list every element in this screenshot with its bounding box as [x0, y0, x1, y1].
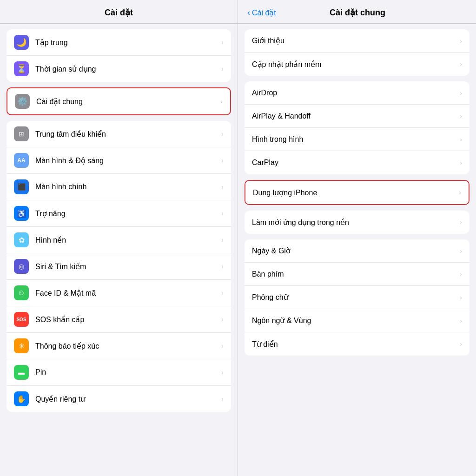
right-group-1: Giới thiệu › Cập nhật phần mềm › [245, 29, 469, 76]
right-panel: ‹ Cài đặt Cài đặt chung Giới thiệu › Cập… [238, 0, 476, 476]
cap-nhat-label: Cập nhật phần mềm [252, 60, 460, 69]
cai-dat-chung-label: Cài đặt chung [36, 97, 218, 106]
face-id-icon: ☺ [14, 285, 29, 300]
sidebar-item-cai-dat-chung[interactable]: ⚙️ Cài đặt chung › [7, 88, 230, 114]
right-item-tu-dien[interactable]: Từ điển › [245, 332, 469, 356]
sidebar-item-trung-tam[interactable]: ⊞ Trung tâm điều khiển › [7, 121, 231, 147]
gioi-thieu-label: Giới thiệu [252, 36, 460, 45]
face-id-label: Face ID & Mật mã [35, 289, 218, 298]
sidebar-item-man-hinh-do-sang[interactable]: AA Màn hình & Độ sáng › [7, 147, 231, 174]
hinh-trong-hinh-label: Hình trong hình [252, 135, 460, 144]
hinh-nen-icon: ✿ [14, 232, 29, 247]
right-item-carplay[interactable]: CarPlay › [245, 151, 469, 174]
chevron-icon: › [460, 340, 462, 348]
sos-icon: SOS [14, 312, 29, 327]
chevron-icon: › [460, 247, 462, 255]
sidebar-item-tap-trung[interactable]: 🌙 Tập trung › [7, 29, 231, 56]
chevron-icon: › [220, 98, 223, 105]
left-header: Cài đặt [0, 0, 238, 24]
chevron-icon: › [460, 60, 462, 68]
right-item-hinh-trong-hinh[interactable]: Hình trong hình › [245, 128, 469, 151]
right-item-ngay-gio[interactable]: Ngày & Giờ › [245, 239, 469, 263]
tu-dien-label: Từ điển [252, 340, 460, 349]
sidebar-item-pin[interactable]: ▬ Pin › [7, 359, 231, 386]
left-group-1: 🌙 Tập trung › ⏳ Thời gian sử dụng › [7, 29, 231, 82]
right-item-ngon-ngu[interactable]: Ngôn ngữ & Vùng › [245, 309, 469, 332]
thoi-gian-label: Thời gian sử dụng [35, 65, 218, 73]
chevron-icon: › [460, 136, 462, 143]
tro-nang-label: Trợ năng [35, 209, 218, 218]
right-item-airplay[interactable]: AirPlay & Handoff › [245, 105, 469, 128]
right-item-phong-chu[interactable]: Phông chữ › [245, 286, 469, 309]
right-item-gioi-thieu[interactable]: Giới thiệu › [245, 29, 469, 53]
quyen-rieng-icon: ✋ [14, 391, 29, 406]
chevron-icon: › [460, 294, 462, 301]
chevron-icon: › [460, 37, 462, 45]
right-item-airdrop[interactable]: AirDrop › [245, 81, 469, 105]
sos-label: SOS khẩn cấp [35, 315, 218, 324]
ban-phim-label: Bàn phím [252, 270, 460, 278]
tro-nang-icon: ♿ [14, 206, 29, 221]
chevron-icon: › [460, 271, 462, 278]
right-group-4: Ngày & Giờ › Bàn phím › Phông chữ › Ngôn… [245, 239, 469, 356]
chevron-icon: › [460, 317, 462, 324]
phong-chu-label: Phông chữ [252, 293, 460, 302]
airplay-label: AirPlay & Handoff [252, 112, 460, 120]
sidebar-item-tro-nang[interactable]: ♿ Trợ năng › [7, 200, 231, 227]
tap-trung-icon: 🌙 [14, 35, 29, 50]
trung-tam-label: Trung tâm điều khiển [35, 130, 218, 139]
sidebar-item-face-id[interactable]: ☺ Face ID & Mật mã › [7, 280, 231, 306]
back-button[interactable]: ‹ Cài đặt [247, 8, 276, 18]
man-hinh-chinh-icon: ⬛ [14, 179, 29, 194]
trung-tam-icon: ⊞ [14, 126, 29, 141]
man-hinh-chinh-label: Màn hình chính [35, 183, 218, 191]
sidebar-item-quyen-rieng[interactable]: ✋ Quyền riêng tư › [7, 386, 231, 412]
carplay-label: CarPlay [252, 159, 460, 167]
chevron-icon: › [460, 218, 462, 226]
highlighted-cai-dat-chung-group: ⚙️ Cài đặt chung › [7, 87, 231, 115]
tap-trung-label: Tập trung [35, 38, 218, 47]
lam-moi-label: Làm mới ứng dụng trong nền [252, 218, 460, 227]
thong-bao-icon: ✳ [14, 338, 29, 353]
sidebar-item-thoi-gian[interactable]: ⏳ Thời gian sử dụng › [7, 56, 231, 82]
right-item-cap-nhat[interactable]: Cập nhật phần mềm › [245, 53, 469, 76]
right-item-lam-moi[interactable]: Làm mới ứng dụng trong nền › [245, 211, 469, 234]
thoi-gian-icon: ⏳ [14, 61, 29, 76]
right-item-ban-phim[interactable]: Bàn phím › [245, 263, 469, 286]
right-title: Cài đặt chung [276, 7, 439, 18]
back-label: Cài đặt [252, 8, 276, 17]
chevron-icon: › [221, 65, 224, 73]
right-group-2: AirDrop › AirPlay & Handoff › Hình trong… [245, 81, 469, 174]
left-title: Cài đặt [105, 8, 133, 17]
hinh-nen-label: Hình nền [35, 236, 218, 245]
ngon-ngu-label: Ngôn ngữ & Vùng [252, 316, 460, 325]
chevron-icon: › [221, 39, 224, 46]
sidebar-item-hinh-nen[interactable]: ✿ Hình nền › [7, 227, 231, 253]
chevron-icon: › [460, 89, 462, 97]
pin-icon: ▬ [14, 365, 29, 380]
sidebar-item-man-hinh-chinh[interactable]: ⬛ Màn hình chính › [7, 174, 231, 200]
sidebar-item-siri[interactable]: ◎ Siri & Tìm kiếm › [7, 253, 231, 280]
chevron-icon: › [459, 189, 461, 196]
sidebar-item-thong-bao[interactable]: ✳ Thông báo tiếp xúc › [7, 333, 231, 359]
left-panel: Cài đặt 🌙 Tập trung › ⏳ Thời gian sử dụn… [0, 0, 238, 476]
chevron-icon: › [460, 159, 462, 166]
man-hinh-label: Màn hình & Độ sáng [35, 156, 218, 165]
right-header: ‹ Cài đặt Cài đặt chung [238, 0, 476, 24]
thong-bao-label: Thông báo tiếp xúc [35, 342, 218, 350]
cai-dat-chung-icon: ⚙️ [15, 94, 30, 109]
highlighted-dung-luong-group: Dung lượng iPhone › [245, 180, 469, 205]
right-group-3: Làm mới ứng dụng trong nền › [245, 211, 469, 234]
sidebar-item-sos[interactable]: SOS SOS khẩn cấp › [7, 306, 231, 333]
back-chevron-icon: ‹ [247, 8, 250, 18]
quyen-rieng-label: Quyền riêng tư [35, 395, 218, 403]
dung-luong-label: Dung lượng iPhone [253, 188, 459, 197]
left-group-3: ⊞ Trung tâm điều khiển › AA Màn hình & Đ… [7, 121, 231, 412]
siri-icon: ◎ [14, 259, 29, 274]
chevron-icon: › [460, 112, 462, 120]
right-item-dung-luong[interactable]: Dung lượng iPhone › [245, 181, 469, 204]
man-hinh-icon: AA [14, 153, 29, 168]
pin-label: Pin [35, 368, 218, 377]
ngay-gio-label: Ngày & Giờ [252, 246, 460, 255]
siri-label: Siri & Tìm kiếm [35, 262, 218, 271]
